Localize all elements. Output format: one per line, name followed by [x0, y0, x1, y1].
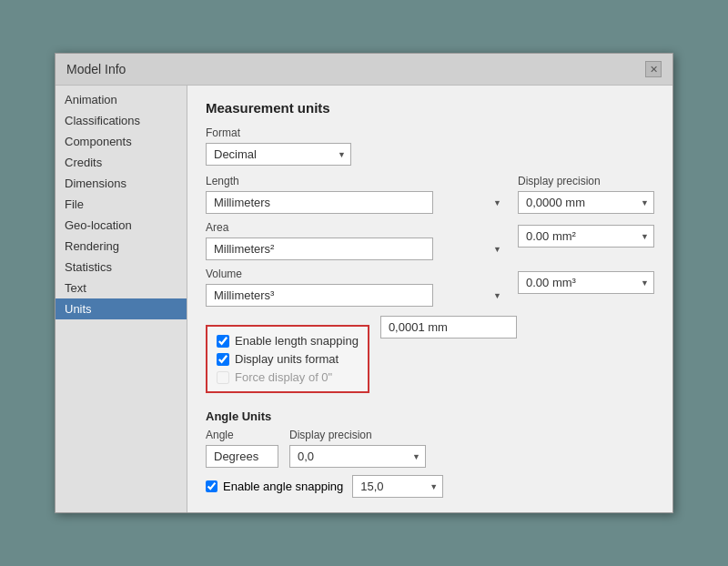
- sidebar-item-classifications[interactable]: Classifications: [56, 110, 187, 131]
- volume-field-group: Volume Millimeters³Centimeters³Meters³: [206, 268, 507, 307]
- enable-length-snapping-label[interactable]: Enable length snapping: [235, 334, 359, 348]
- length-precision-group: Display precision 0 mm0,0 mm0,00 mm0,000…: [518, 175, 654, 214]
- dialog-title: Model Info: [66, 62, 126, 76]
- angle-snap-checkbox-group: Enable angle snapping: [206, 480, 343, 493]
- force-display-row: Force display of 0": [217, 370, 359, 384]
- sidebar-item-text[interactable]: Text: [56, 278, 187, 298]
- sidebar-item-rendering[interactable]: Rendering: [56, 236, 187, 257]
- area-select-wrapper: Millimeters²Centimeters²Meters²: [206, 238, 507, 260]
- format-label: Format: [206, 126, 654, 139]
- volume-precision-group: 0 mm³0.0 mm³0.00 mm³: [518, 268, 654, 294]
- length-select-wrapper: MillimetersCentimetersMetersInchesFeet: [206, 191, 507, 214]
- sidebar-item-animation[interactable]: Animation: [56, 89, 187, 110]
- section-title: Measurement units: [206, 100, 654, 116]
- sidebar-item-components[interactable]: Components: [56, 131, 187, 152]
- close-button[interactable]: ✕: [645, 61, 662, 77]
- angle-unit-value: Degrees: [206, 445, 278, 468]
- angle-snap-value-wrapper: 15,010,05,01,0: [352, 475, 443, 498]
- snap-value-box: 0,0001 mm: [380, 316, 517, 339]
- length-precision-wrapper: 0 mm0,0 mm0,00 mm0,000 mm0,0000 mm: [518, 191, 654, 214]
- dialog-titlebar: Model Info ✕: [56, 54, 672, 86]
- volume-select[interactable]: Millimeters³Centimeters³Meters³: [206, 284, 433, 307]
- volume-select-wrapper: Millimeters³Centimeters³Meters³: [206, 284, 507, 307]
- angle-label: Angle: [206, 429, 278, 441]
- sidebar-item-credits[interactable]: Credits: [56, 152, 187, 173]
- length-precision-label: Display precision: [518, 175, 654, 187]
- content-area: Measurement units Format DecimalArchitec…: [187, 86, 672, 512]
- angle-display-row: Angle Degrees Display precision 00,00,00: [206, 429, 654, 468]
- angle-precision-col: Display precision 00,00,00: [289, 429, 654, 468]
- angle-precision-wrapper: 00,00,00: [289, 445, 426, 468]
- enable-length-snapping-row: Enable length snapping: [217, 334, 359, 348]
- area-select[interactable]: Millimeters²Centimeters²Meters²: [206, 238, 433, 260]
- area-precision-group: 0 mm²0.0 mm²0.00 mm²: [518, 221, 654, 248]
- length-select[interactable]: MillimetersCentimetersMetersInchesFeet: [206, 191, 433, 214]
- model-info-dialog: Model Info ✕ AnimationClassificationsCom…: [55, 53, 673, 513]
- sidebar-item-units[interactable]: Units: [56, 298, 187, 319]
- sidebar-item-dimensions[interactable]: Dimensions: [56, 173, 187, 194]
- enable-angle-snapping-label[interactable]: Enable angle snapping: [223, 480, 343, 493]
- enable-length-snapping-checkbox[interactable]: [217, 335, 229, 348]
- area-precision-select[interactable]: 0 mm²0.0 mm²0.00 mm²: [518, 225, 654, 248]
- angle-precision-select[interactable]: 00,00,00: [289, 445, 426, 468]
- volume-row: Volume Millimeters³Centimeters³Meters³ 0…: [206, 268, 654, 307]
- angle-snap-row: Enable angle snapping 15,010,05,01,0: [206, 475, 654, 498]
- force-display-label[interactable]: Force display of 0": [235, 370, 332, 384]
- angle-label-col: Angle Degrees: [206, 429, 278, 468]
- display-units-format-row: Display units format: [217, 352, 359, 366]
- sidebar-item-statistics[interactable]: Statistics: [56, 257, 187, 278]
- format-select-wrapper: DecimalArchitecturalEngineeringFractiona…: [206, 143, 351, 166]
- volume-precision-select[interactable]: 0 mm³0.0 mm³0.00 mm³: [518, 271, 654, 294]
- area-label: Area: [206, 221, 507, 234]
- length-row: Length MillimetersCentimetersMetersInche…: [206, 175, 654, 214]
- display-units-format-label[interactable]: Display units format: [235, 352, 339, 366]
- sidebar-item-geo-location[interactable]: Geo-location: [56, 215, 187, 236]
- angle-snap-value-select[interactable]: 15,010,05,01,0: [352, 475, 443, 498]
- enable-angle-snapping-checkbox[interactable]: [206, 480, 217, 492]
- area-field-group: Area Millimeters²Centimeters²Meters²: [206, 221, 507, 260]
- angle-units-title: Angle Units: [206, 409, 654, 423]
- area-precision-wrapper: 0 mm²0.0 mm²0.00 mm²: [518, 225, 654, 248]
- volume-precision-wrapper: 0 mm³0.0 mm³0.00 mm³: [518, 271, 654, 294]
- force-display-checkbox[interactable]: [217, 371, 229, 384]
- format-select[interactable]: DecimalArchitecturalEngineeringFractiona…: [206, 143, 351, 166]
- checkbox-group: Enable length snapping Display units for…: [206, 325, 369, 393]
- length-precision-select[interactable]: 0 mm0,0 mm0,00 mm0,000 mm0,0000 mm: [518, 191, 654, 214]
- sidebar-item-file[interactable]: File: [56, 194, 187, 215]
- length-label: Length: [206, 175, 507, 187]
- dialog-body: AnimationClassificationsComponentsCredit…: [56, 86, 672, 512]
- volume-label: Volume: [206, 268, 507, 280]
- sidebar: AnimationClassificationsComponentsCredit…: [56, 86, 187, 512]
- display-units-format-checkbox[interactable]: [217, 353, 229, 366]
- area-row: Area Millimeters²Centimeters²Meters² 0 m…: [206, 221, 654, 260]
- length-field-group: Length MillimetersCentimetersMetersInche…: [206, 175, 507, 214]
- angle-precision-label: Display precision: [289, 429, 654, 441]
